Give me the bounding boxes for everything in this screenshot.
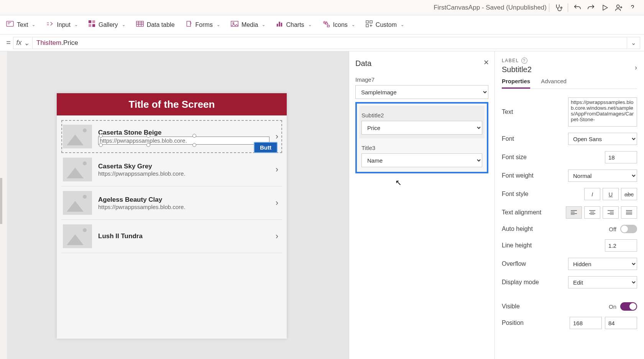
ribbon-forms[interactable]: Forms⌄ bbox=[186, 20, 220, 29]
displaymode-select[interactable]: Edit bbox=[568, 276, 637, 288]
collapse-icon[interactable]: › bbox=[635, 64, 637, 72]
gallery-item[interactable]: Lush II Tundra › bbox=[61, 220, 282, 253]
formula-input[interactable]: ThisItem.Price bbox=[32, 37, 627, 49]
image-placeholder-icon bbox=[63, 224, 92, 248]
chevron-down-icon: ⌄ bbox=[401, 22, 404, 27]
gallery[interactable]: Caserta Stone Beige https://pwrappssampl… bbox=[57, 115, 287, 258]
visible-toggle[interactable] bbox=[620, 302, 637, 311]
image-select[interactable]: SampleImage bbox=[355, 85, 488, 99]
prop-text: Text https://pwrappssamples.blob.core.wi… bbox=[502, 94, 637, 130]
ribbon-media[interactable]: Media⌄ bbox=[231, 21, 266, 29]
ribbon-custom[interactable]: Custom⌄ bbox=[366, 20, 404, 29]
chevron-right-icon[interactable]: › bbox=[276, 198, 281, 208]
icons-icon bbox=[322, 20, 330, 29]
strikethrough-button[interactable]: abc bbox=[621, 188, 637, 200]
fontweight-select[interactable]: Normal bbox=[568, 170, 637, 182]
ribbon-charts[interactable]: Charts⌄ bbox=[276, 20, 311, 29]
svg-rect-15 bbox=[370, 21, 372, 23]
svg-rect-10 bbox=[277, 24, 278, 26]
italic-button[interactable]: I bbox=[584, 188, 600, 200]
align-right-button[interactable] bbox=[603, 206, 619, 219]
fontsize-input[interactable] bbox=[605, 151, 637, 163]
underline-button[interactable]: U bbox=[603, 188, 619, 200]
svg-rect-5 bbox=[89, 24, 91, 27]
button-control[interactable]: Butt bbox=[254, 142, 278, 153]
position-y-input[interactable] bbox=[605, 317, 637, 329]
align-center-button[interactable] bbox=[584, 206, 600, 219]
redo-icon[interactable] bbox=[584, 1, 598, 15]
undo-icon[interactable] bbox=[570, 1, 584, 15]
app-name: FirstCanvasApp - Saved (Unpublished) bbox=[434, 4, 547, 12]
divider bbox=[549, 3, 549, 12]
ribbon-input[interactable]: Input⌄ bbox=[46, 21, 78, 29]
gallery-item[interactable]: Caserta Stone Beige https://pwrappssampl… bbox=[61, 120, 282, 153]
stethoscope-icon[interactable] bbox=[552, 1, 565, 15]
text-icon bbox=[6, 21, 14, 29]
control-name[interactable]: Subtitle2 bbox=[502, 65, 637, 74]
chevron-down-icon: ⌄ bbox=[122, 22, 125, 27]
item-subtitle: https://pwrappssamples.blob.core. bbox=[98, 170, 269, 177]
chevron-down-icon: ⌄ bbox=[24, 39, 30, 47]
title-select[interactable]: Name bbox=[361, 153, 482, 167]
fx-dropdown[interactable]: fx ⌄ bbox=[13, 37, 32, 49]
align-left-button[interactable] bbox=[566, 206, 582, 219]
svg-rect-4 bbox=[92, 20, 95, 23]
resize-handle[interactable] bbox=[192, 134, 196, 138]
resize-handle[interactable] bbox=[99, 143, 103, 147]
datatable-icon bbox=[136, 21, 144, 29]
subtitle-select[interactable]: Price bbox=[361, 121, 482, 135]
gallery-item[interactable]: Ageless Beauty Clay https://pwrappssampl… bbox=[61, 186, 282, 220]
ribbon-datatable[interactable]: Data table bbox=[136, 21, 175, 29]
data-panel-title: Data bbox=[355, 59, 488, 68]
text-input[interactable]: https://pwrappssamples.blob.core.windows… bbox=[568, 97, 637, 127]
item-title: Ageless Beauty Clay bbox=[98, 196, 269, 204]
charts-icon bbox=[276, 20, 283, 29]
prop-position: Position bbox=[502, 314, 637, 332]
property-tabs: Properties Advanced bbox=[502, 78, 637, 89]
tab-advanced[interactable]: Advanced bbox=[541, 78, 567, 89]
chevron-right-icon[interactable]: › bbox=[276, 231, 281, 241]
item-title[interactable]: Caserta Stone Beige bbox=[98, 129, 269, 137]
tab-properties[interactable]: Properties bbox=[502, 78, 530, 89]
selection-strip bbox=[0, 178, 2, 224]
lineheight-input[interactable] bbox=[605, 239, 637, 252]
share-icon[interactable] bbox=[612, 1, 626, 15]
ribbon-text[interactable]: Text⌄ bbox=[6, 21, 35, 29]
item-subtitle[interactable]: https://pwrappssamples.blob.core. bbox=[98, 137, 269, 145]
resize-handle[interactable] bbox=[146, 143, 150, 147]
gallery-item[interactable]: Caserta Sky Grey https://pwrappssamples.… bbox=[61, 153, 282, 186]
overflow-select[interactable]: Hidden bbox=[568, 258, 637, 270]
help-icon[interactable]: ? bbox=[521, 58, 527, 64]
ribbon-gallery[interactable]: Gallery⌄ bbox=[89, 20, 125, 29]
screen-title[interactable]: Title of the Screen bbox=[57, 93, 287, 115]
font-select[interactable]: Open Sans bbox=[568, 133, 637, 145]
chevron-down-icon: ⌄ bbox=[74, 22, 78, 27]
expand-formula-button[interactable]: ⌄ bbox=[627, 37, 640, 49]
play-icon[interactable] bbox=[598, 1, 612, 15]
prop-fontsize: Font size bbox=[502, 148, 637, 166]
field-title: Title3 Name bbox=[359, 138, 485, 170]
svg-rect-16 bbox=[366, 25, 368, 27]
align-justify-button[interactable] bbox=[621, 206, 637, 219]
chevron-right-icon[interactable]: › bbox=[276, 132, 281, 142]
ribbon-icons[interactable]: Icons⌄ bbox=[322, 20, 355, 29]
image-placeholder-icon bbox=[63, 191, 92, 215]
resize-handle[interactable] bbox=[192, 143, 196, 147]
control-type: LABEL ? bbox=[502, 58, 637, 64]
resize-handle[interactable] bbox=[99, 134, 103, 138]
chevron-right-icon[interactable]: › bbox=[276, 165, 281, 175]
close-icon[interactable]: ✕ bbox=[483, 58, 489, 67]
image-placeholder-icon[interactable] bbox=[63, 125, 92, 148]
gallery-icon bbox=[89, 20, 95, 29]
equals-label: = bbox=[4, 38, 13, 47]
media-icon bbox=[231, 21, 238, 29]
item-subtitle: https://pwrappssamples.blob.core. bbox=[98, 204, 269, 210]
autoheight-toggle[interactable] bbox=[620, 225, 637, 233]
screen[interactable]: Title of the Screen Caserta Stone Beige … bbox=[57, 93, 287, 339]
help-icon[interactable] bbox=[626, 1, 639, 15]
item-title: Lush II Tundra bbox=[98, 232, 269, 240]
prop-align: Text alignment bbox=[502, 203, 637, 222]
title-bar: FirstCanvasApp - Saved (Unpublished) bbox=[0, 0, 644, 15]
position-x-input[interactable] bbox=[570, 317, 602, 329]
resize-handle[interactable] bbox=[146, 134, 150, 138]
